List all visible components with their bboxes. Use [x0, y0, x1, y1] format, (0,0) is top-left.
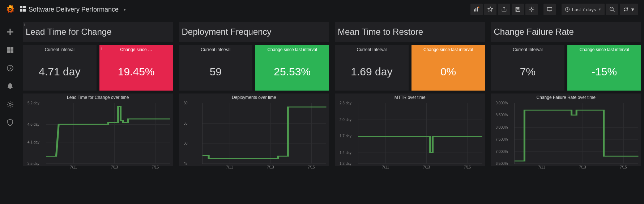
- time-range-picker[interactable]: Last 7 days ▼: [562, 4, 605, 15]
- stat-label: Change since last interval: [411, 47, 485, 52]
- stat-change[interactable]: Change since last interval25.53%: [255, 45, 329, 91]
- add-panel-button[interactable]: [470, 4, 483, 15]
- stat-value: 0%: [440, 52, 456, 91]
- svg-rect-16: [547, 7, 552, 11]
- save-dashboard-button[interactable]: [512, 4, 524, 15]
- sidebar-configuration[interactable]: [5, 99, 15, 109]
- y-tick-label: 9.000%: [496, 101, 508, 105]
- x-tick-label: 7/13: [579, 165, 586, 169]
- panel-chart[interactable]: Deployments over time455055607/117/137/1…: [179, 93, 329, 166]
- chevron-down-icon: ▼: [630, 7, 635, 12]
- svg-rect-8: [477, 7, 478, 12]
- stats-row: Current interval4.71 dayiChange since …1…: [23, 45, 173, 91]
- star-dashboard-button[interactable]: [484, 4, 496, 15]
- sidebar-alerting[interactable]: [5, 81, 15, 91]
- sidebar-explore[interactable]: [5, 63, 15, 73]
- svg-line-20: [613, 10, 615, 12]
- zoom-out-button[interactable]: [606, 4, 618, 15]
- svg-rect-29: [9, 88, 11, 89]
- sidebar-create[interactable]: [5, 27, 15, 37]
- panel-chart[interactable]: MTTR over time1.2 day1.4 day1.7 day2.0 d…: [335, 93, 485, 166]
- stat-current[interactable]: Current Interval7%: [491, 45, 565, 91]
- svg-rect-12: [478, 7, 479, 8]
- x-tick-label: 7/13: [267, 165, 274, 169]
- chart-title: Change Failure Rate over time: [491, 93, 641, 101]
- y-tick-label: 1.7 day: [340, 134, 351, 138]
- panel-header[interactable]: iLead Time for Change: [23, 22, 173, 42]
- x-tick-label: 7/15: [308, 165, 315, 169]
- panel-header[interactable]: Mean Time to Restore: [335, 22, 485, 42]
- chart-title: MTTR over time: [335, 93, 485, 101]
- dashboard-title-picker[interactable]: Software Delivery Performance ▼: [20, 6, 127, 13]
- stat-value: 59: [210, 52, 222, 91]
- panel-header[interactable]: Change Failure Rate: [491, 22, 641, 42]
- dashboard-grid: iLead Time for ChangeCurrent interval4.7…: [20, 19, 644, 204]
- x-tick-label: 7/13: [423, 165, 430, 169]
- svg-point-15: [530, 9, 532, 11]
- stat-current[interactable]: Current interval59: [179, 45, 253, 91]
- metric-column: Mean Time to RestoreCurrent Interval1.69…: [335, 22, 488, 166]
- stat-current[interactable]: Current Interval1.69 day: [335, 45, 409, 91]
- stat-label: Change since last interval: [567, 47, 641, 52]
- panel-title: Mean Time to Restore: [338, 27, 423, 37]
- y-tick-label: 45: [184, 162, 188, 166]
- x-tick-label: 7/15: [620, 165, 627, 169]
- y-tick-label: 60: [184, 101, 188, 105]
- x-tick-label: 7/11: [226, 165, 233, 169]
- stat-label: Change since …: [99, 47, 173, 52]
- sidebar: [0, 19, 20, 204]
- dashboard-grid-icon: [20, 6, 26, 13]
- stat-value: -15%: [592, 52, 617, 91]
- panel-chart[interactable]: Lead Time for Change over time3.5 day4.1…: [23, 93, 173, 166]
- sidebar-admin[interactable]: [5, 117, 15, 128]
- chevron-down-icon: ▼: [123, 8, 127, 12]
- y-tick-label: 4.1 day: [27, 140, 39, 144]
- stats-row: Current Interval7%Change since last inte…: [491, 45, 641, 91]
- grafana-logo[interactable]: [0, 4, 20, 14]
- y-tick-label: 3.5 day: [27, 162, 39, 166]
- svg-rect-4: [20, 9, 22, 12]
- svg-rect-27: [10, 50, 13, 53]
- share-dashboard-button[interactable]: [498, 4, 510, 15]
- y-tick-label: 55: [184, 121, 188, 125]
- panel-chart[interactable]: Change Failure Rate over time6.500%7.000…: [491, 93, 641, 166]
- refresh-button[interactable]: ▼: [620, 4, 638, 15]
- x-tick-label: 7/15: [464, 165, 471, 169]
- stat-change[interactable]: Change since last interval-15%: [567, 45, 641, 91]
- panel-title: Deployment Frequency: [182, 27, 272, 37]
- stat-label: Current interval: [23, 47, 97, 52]
- stat-change[interactable]: Change since last interval0%: [411, 45, 485, 91]
- svg-rect-23: [7, 31, 13, 32]
- info-icon: i: [101, 46, 102, 50]
- y-tick-label: 1.2 day: [340, 162, 351, 166]
- stat-value: 4.71 day: [39, 52, 80, 91]
- cycle-view-mode-button[interactable]: [543, 4, 556, 15]
- sidebar-dashboards[interactable]: [5, 45, 15, 55]
- svg-rect-3: [23, 6, 26, 8]
- y-tick-label: 6.500%: [496, 162, 508, 166]
- x-tick-label: 7/15: [152, 165, 159, 169]
- stat-value: 1.69 day: [351, 52, 392, 91]
- y-tick-label: 8.500%: [496, 113, 508, 117]
- chart-plot-area: 6.500%7.000%7.500%8.000%8.500%9.000%7/11…: [514, 103, 639, 164]
- svg-rect-7: [475, 8, 476, 12]
- panel-title: Change Failure Rate: [494, 27, 574, 37]
- stat-change[interactable]: iChange since …19.45%: [99, 45, 173, 91]
- svg-rect-6: [474, 9, 475, 12]
- stat-value: 25.53%: [274, 52, 311, 91]
- chart-title: Lead Time for Change over time: [23, 93, 173, 101]
- time-range-label: Last 7 days: [572, 7, 596, 12]
- stat-current[interactable]: Current interval4.71 day: [23, 45, 97, 91]
- panel-header[interactable]: Deployment Frequency: [179, 22, 329, 42]
- x-tick-label: 7/11: [382, 165, 389, 169]
- dashboard-settings-button[interactable]: [525, 4, 538, 15]
- stat-label: Current Interval: [491, 47, 565, 52]
- metric-column: Deployment FrequencyCurrent interval59Ch…: [179, 22, 332, 166]
- svg-point-28: [7, 65, 13, 71]
- y-tick-label: 5.2 day: [27, 101, 39, 105]
- y-tick-label: 1.4 day: [340, 150, 351, 154]
- navbar: Software Delivery Performance ▼ Last 7 d…: [0, 0, 644, 19]
- chart-plot-area: 1.2 day1.4 day1.7 day2.0 day2.3 day7/117…: [358, 103, 482, 164]
- stat-value: 19.45%: [118, 52, 155, 91]
- dashboard-title: Software Delivery Performance: [29, 6, 119, 13]
